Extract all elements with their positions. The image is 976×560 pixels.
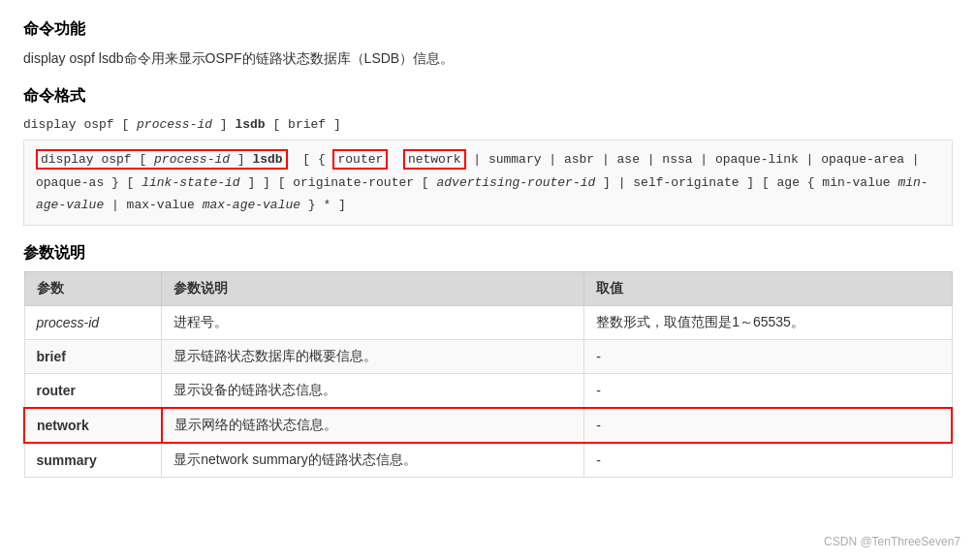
- desc-cell: 显示设备的链路状态信息。: [162, 373, 584, 408]
- cmd1-text: display ospf [ process-id ] lsdb [ brief…: [23, 117, 341, 132]
- param-cell: summary: [24, 443, 162, 478]
- cmd-line-1: display ospf [ process-id ] lsdb [ brief…: [23, 114, 953, 136]
- param-cell: brief: [24, 339, 162, 373]
- param-cell: router: [24, 373, 162, 408]
- col-desc: 参数说明: [162, 271, 584, 305]
- table-row: router显示设备的链路状态信息。-: [24, 373, 952, 408]
- section1-title: 命令功能: [23, 19, 953, 40]
- section2-title: 命令格式: [23, 86, 953, 107]
- watermark: CSDN @TenThreeSeven7: [824, 535, 960, 548]
- col-param: 参数: [24, 271, 162, 305]
- value-cell: -: [584, 373, 952, 408]
- section-params: 参数说明 参数 参数说明 取值 process-id进程号。整数形式，取值范围是…: [23, 243, 953, 478]
- table-row: network显示网络的链路状态信息。-: [24, 408, 952, 443]
- cmd2-router-box: router: [332, 149, 388, 170]
- cmd2-network-box: network: [403, 149, 466, 170]
- table-row: process-id进程号。整数形式，取值范围是1～65535。: [24, 305, 952, 339]
- desc-cell: 显示链路状态数据库的概要信息。: [162, 339, 584, 373]
- section3-title: 参数说明: [23, 243, 953, 264]
- table-row: brief显示链路状态数据库的概要信息。-: [24, 339, 952, 373]
- desc-cell: 进程号。: [162, 305, 584, 339]
- value-cell: -: [584, 408, 952, 443]
- value-cell: -: [584, 339, 952, 373]
- section-cmd-format: 命令格式 display ospf [ process-id ] lsdb [ …: [23, 86, 953, 225]
- value-cell: 整数形式，取值范围是1～65535。: [584, 305, 952, 339]
- section-cmd-function: 命令功能 display ospf lsdb命令用来显示OSPF的链路状态数据库…: [23, 19, 953, 69]
- table-header-row: 参数 参数说明 取值: [24, 271, 952, 305]
- section1-desc: display ospf lsdb命令用来显示OSPF的链路状态数据库（LSDB…: [23, 47, 953, 69]
- desc-cell: 显示网络的链路状态信息。: [162, 408, 584, 443]
- table-row: summary显示network summary的链路状态信息。-: [24, 443, 952, 478]
- cmd2-display-ospf-box: display ospf [ process-id ] lsdb: [36, 149, 288, 170]
- param-cell: network: [24, 408, 162, 443]
- desc-cell: 显示network summary的链路状态信息。: [162, 443, 584, 478]
- cmd-line-2-block: display ospf [ process-id ] lsdb [ { rou…: [23, 140, 953, 225]
- param-cell: process-id: [24, 305, 162, 339]
- col-value: 取值: [584, 271, 952, 305]
- value-cell: -: [584, 443, 952, 478]
- cmd2-prefix: display ospf [ process-id ] lsdb [ { rou…: [36, 149, 929, 212]
- params-table: 参数 参数说明 取值 process-id进程号。整数形式，取值范围是1～655…: [23, 271, 953, 478]
